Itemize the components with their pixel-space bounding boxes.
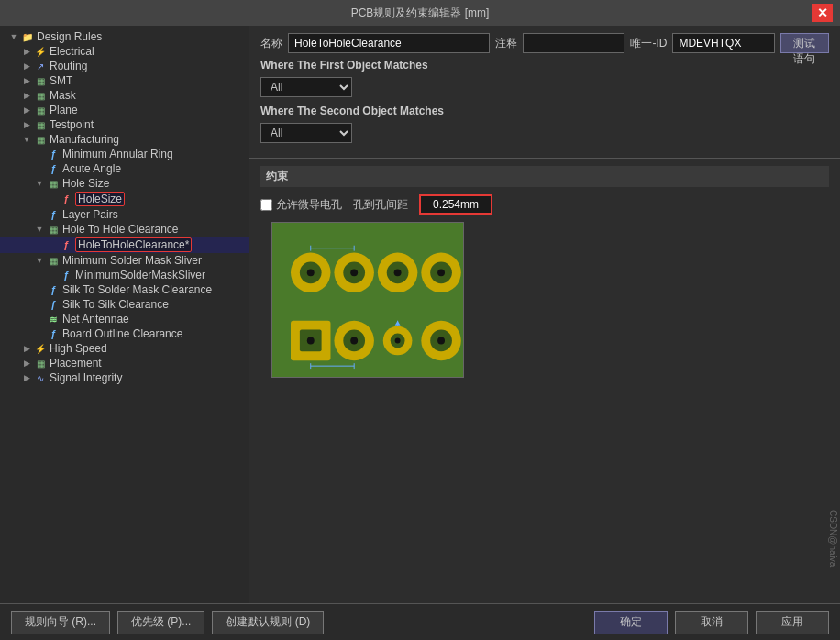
- tree-label: Net Antennae: [62, 313, 129, 326]
- tree-item-holetoholeclearance[interactable]: ƒ HoleToHoleClearance*: [0, 237, 249, 253]
- tree-item-testpoint[interactable]: ▶ ▦ Testpoint: [0, 117, 249, 132]
- tree-item-hole-size-folder[interactable]: ▼ ▦ Hole Size: [0, 176, 249, 191]
- tree-item-holesize[interactable]: ƒ HoleSize: [0, 191, 249, 207]
- test-btn[interactable]: 测试语句: [780, 33, 829, 53]
- name-label: 名称: [260, 36, 282, 51]
- tree-label: Signal Integrity: [50, 371, 122, 384]
- tree-label: High Speed: [50, 342, 107, 355]
- plane-icon: ▦: [33, 104, 48, 116]
- hole-drill: [394, 269, 402, 276]
- rule-icon: ƒ: [46, 148, 61, 160]
- tree-label: Board Outline Clearance: [62, 327, 182, 340]
- apply-btn[interactable]: 应用: [756, 611, 829, 634]
- id-label: 唯一-ID: [630, 36, 667, 51]
- close-button[interactable]: ✕: [812, 4, 833, 22]
- pcb-diagram: [272, 223, 463, 377]
- tree-item-placement[interactable]: ▶ ▦ Placement: [0, 356, 249, 370]
- folder-icon: ▦: [46, 177, 61, 190]
- left-panel-tree: ▼ 📁 Design Rules ▶ ⚡ Electrical ▶ ↗ Rout…: [0, 26, 249, 603]
- smt-icon: ▦: [33, 74, 48, 87]
- where-second-header: Where The Second Object Matches: [260, 105, 829, 117]
- expand-arrow: ▶: [20, 47, 33, 56]
- tree-item-layer-pairs[interactable]: ƒ Layer Pairs: [0, 207, 249, 222]
- constraint-row: 允许微导电孔 孔到孔间距 0.254mm: [260, 194, 829, 215]
- placement-icon: ▦: [33, 357, 48, 370]
- where-second-section: Where The Second Object Matches All: [260, 105, 829, 143]
- expand-arrow: ▶: [20, 91, 33, 100]
- tree-item-manufacturing[interactable]: ▼ ▦ Manufacturing: [0, 132, 249, 147]
- tree-item-net-antennae[interactable]: ≋ Net Antennae: [0, 312, 249, 326]
- tree-item-acute-angle[interactable]: ƒ Acute Angle: [0, 161, 249, 176]
- allow-micro-via-label[interactable]: 允许微导电孔: [260, 197, 342, 213]
- tree-label: Hole Size: [62, 177, 109, 190]
- tree-label: Testpoint: [50, 118, 94, 131]
- tree-label: Silk To Solder Mask Clearance: [62, 283, 212, 296]
- where-first-dropdown[interactable]: All: [260, 77, 352, 97]
- expand-arrow: ▶: [20, 105, 33, 115]
- comment-input[interactable]: [523, 33, 624, 53]
- hole-drill: [437, 337, 445, 345]
- electrical-icon: ⚡: [33, 45, 48, 58]
- tree-label: Placement: [50, 357, 102, 370]
- high-speed-icon: ⚡: [33, 342, 48, 355]
- cancel-btn[interactable]: 取消: [675, 611, 748, 634]
- dist-value[interactable]: 0.254mm: [419, 194, 492, 215]
- expand-arrow: ▶: [20, 120, 33, 129]
- tree-label: Design Rules: [37, 30, 102, 43]
- hole-drill: [307, 269, 315, 276]
- expand-arrow: ▶: [20, 76, 33, 85]
- wizard-btn[interactable]: 规则向导 (R)...: [11, 611, 110, 634]
- tree-label: Electrical: [50, 45, 94, 58]
- constraint-header: 约束: [260, 166, 829, 187]
- create-default-btn[interactable]: 创建默认规则 (D): [212, 611, 324, 634]
- tree-label: Minimum Annular Ring: [62, 148, 173, 160]
- tree-item-smt[interactable]: ▶ ▦ SMT: [0, 73, 249, 88]
- tree-item-board-outline[interactable]: ƒ Board Outline Clearance: [0, 326, 249, 341]
- where-first-section: Where The First Object Matches All: [260, 59, 829, 97]
- folder-icon: ▦: [46, 254, 61, 267]
- rule-icon: ƒ: [59, 238, 73, 251]
- tree-item-silk-solder-mask[interactable]: ƒ Silk To Solder Mask Clearance: [0, 282, 249, 297]
- tree-label: Silk To Silk Clearance: [62, 298, 169, 311]
- expand-arrow: ▼: [33, 225, 46, 234]
- main-content: ▼ 📁 Design Rules ▶ ⚡ Electrical ▶ ↗ Rout…: [0, 26, 840, 603]
- tree-label: MinimumSolderMaskSliver: [75, 269, 205, 281]
- allow-micro-via-checkbox[interactable]: [260, 199, 272, 211]
- priority-btn[interactable]: 优先级 (P)...: [117, 611, 204, 634]
- tree-item-high-speed[interactable]: ▶ ⚡ High Speed: [0, 341, 249, 356]
- tree-label: Plane: [50, 104, 78, 116]
- watermark: CSDN@haiva: [828, 510, 838, 567]
- tree-label: Mask: [50, 89, 76, 102]
- rule-icon: ƒ: [46, 208, 61, 221]
- expand-arrow: ▼: [33, 179, 46, 188]
- tree-item-silk-clearance[interactable]: ƒ Silk To Silk Clearance: [0, 297, 249, 312]
- name-input[interactable]: [288, 33, 490, 53]
- tree-item-signal-integrity[interactable]: ▶ ∿ Signal Integrity: [0, 370, 249, 385]
- tree-item-electrical[interactable]: ▶ ⚡ Electrical: [0, 44, 249, 59]
- tree-item-plane[interactable]: ▶ ▦ Plane: [0, 103, 249, 117]
- id-input[interactable]: [672, 33, 774, 53]
- tree-item-mask[interactable]: ▶ ▦ Mask: [0, 88, 249, 103]
- testpoint-icon: ▦: [33, 118, 48, 131]
- folder-icon: ▦: [46, 223, 61, 236]
- rule-icon: ƒ: [46, 283, 61, 296]
- rule-icon: ƒ: [46, 327, 61, 340]
- tree-item-design-rules[interactable]: ▼ 📁 Design Rules: [0, 29, 249, 44]
- where-second-dropdown[interactable]: All: [260, 123, 352, 143]
- ok-btn[interactable]: 确定: [594, 611, 668, 634]
- mask-icon: ▦: [33, 89, 48, 102]
- tree-label: Layer Pairs: [62, 208, 118, 221]
- tree-item-min-annular[interactable]: ƒ Minimum Annular Ring: [0, 147, 249, 161]
- dist-label: 孔到孔间距: [353, 197, 408, 213]
- tree-label: Hole To Hole Clearance: [62, 223, 179, 236]
- constraint-section: 约束 允许微导电孔 孔到孔间距 0.254mm: [249, 159, 840, 389]
- rule-icon: ƒ: [46, 298, 61, 311]
- tree-item-min-solder-mask-rule[interactable]: ƒ MinimumSolderMaskSliver: [0, 268, 249, 282]
- pcb-visual: [271, 222, 464, 378]
- tree-item-min-solder-mask-folder[interactable]: ▼ ▦ Minimum Solder Mask Sliver: [0, 253, 249, 268]
- tree-item-hole-to-hole-folder[interactable]: ▼ ▦ Hole To Hole Clearance: [0, 222, 249, 237]
- tree-item-routing[interactable]: ▶ ↗ Routing: [0, 59, 249, 73]
- routing-icon: ↗: [33, 60, 48, 72]
- expand-arrow: ▶: [20, 344, 33, 353]
- tree-label-selected-highlighted: HoleToHoleClearance*: [75, 237, 192, 252]
